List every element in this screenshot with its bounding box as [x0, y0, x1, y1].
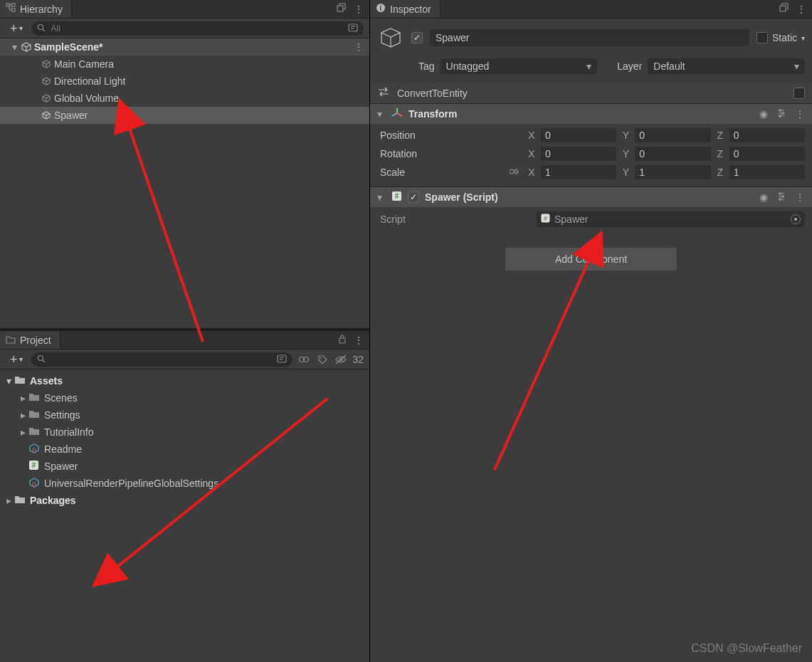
foldout-icon[interactable]: ▾: [3, 375, 14, 387]
folder-icon: [28, 392, 41, 404]
kebab-icon[interactable]: ⋮: [795, 191, 805, 204]
gameobject-icon[interactable]: [377, 24, 404, 51]
kebab-icon[interactable]: ⋮: [354, 335, 364, 346]
foldout-icon[interactable]: ▸: [17, 392, 28, 404]
transform-icon: [391, 107, 403, 121]
foldout-icon[interactable]: ▸: [17, 426, 28, 438]
hierarchy-tab[interactable]: Hierarchy: [0, 0, 72, 18]
lock-icon[interactable]: [338, 334, 347, 346]
svg-text:#: #: [544, 215, 547, 222]
active-checkbox[interactable]: ✓: [411, 32, 423, 43]
object-name-input[interactable]: Spawer: [430, 29, 749, 46]
convert-checkbox[interactable]: [793, 88, 805, 99]
create-button[interactable]: + ▾: [6, 353, 27, 366]
inspector-tab-label: Inspector: [390, 4, 431, 15]
inspector-tab-strip: i Inspector ⋮: [370, 0, 812, 19]
position-y[interactable]: 0: [635, 128, 710, 142]
add-component-button[interactable]: Add Component: [505, 247, 677, 271]
packages-folder[interactable]: ▸ Packages: [0, 492, 369, 509]
foldout-icon[interactable]: ▾: [377, 191, 386, 203]
preset-icon[interactable]: [776, 108, 786, 120]
svg-point-4: [38, 24, 43, 29]
kebab-icon[interactable]: ⋮: [796, 4, 806, 15]
help-icon[interactable]: ◉: [759, 191, 768, 204]
hidden-toggle-icon[interactable]: [334, 352, 348, 367]
inspector-body: ✓ Spawer Static ▾ Tag Untagged ▾: [370, 19, 812, 662]
project-tab-strip: Project ⋮: [0, 331, 369, 350]
project-asset[interactable]: {} UniversalRenderPipelineGlobalSettings: [0, 475, 369, 492]
kebab-icon[interactable]: ⋮: [354, 4, 364, 15]
hierarchy-item-label: Directional Light: [53, 75, 125, 87]
search-mode-icon[interactable]: [348, 23, 358, 34]
foldout-icon[interactable]: ▸: [17, 409, 28, 421]
project-tree[interactable]: ▾ Assets ▸ Scenes ▸ Settings ▸ TutorialI…: [0, 369, 369, 662]
popout-icon[interactable]: [779, 3, 789, 15]
foldout-icon[interactable]: ▾: [377, 108, 386, 120]
project-asset[interactable]: {} Readme: [0, 441, 369, 458]
script-icon: #: [28, 460, 41, 473]
info-icon: i: [376, 3, 386, 15]
static-checkbox[interactable]: [756, 32, 768, 43]
rotation-z[interactable]: 0: [729, 147, 805, 161]
position-row: Position X 0 Y 0 Z 0: [380, 128, 805, 142]
project-folder[interactable]: ▸ TutorialInfo: [0, 424, 369, 441]
foldout-icon[interactable]: ▾: [9, 41, 20, 53]
project-toolbar: + ▾ 32: [0, 350, 369, 369]
popout-icon[interactable]: [337, 3, 347, 15]
preset-icon[interactable]: [776, 191, 786, 204]
hierarchy-item[interactable]: Directional Light: [0, 73, 369, 90]
svg-line-16: [43, 360, 45, 362]
axis-x: X: [527, 130, 537, 141]
help-icon[interactable]: ◉: [759, 108, 768, 120]
rotation-x[interactable]: 0: [541, 147, 616, 161]
project-search-input[interactable]: [50, 354, 273, 365]
transform-header[interactable]: ▾ Transform ◉ ⋮: [370, 104, 812, 124]
hierarchy-search-input[interactable]: [50, 23, 344, 34]
kebab-icon[interactable]: ⋮: [354, 41, 364, 53]
scale-x[interactable]: 1: [541, 165, 616, 179]
assets-folder[interactable]: ▾ Assets: [0, 372, 369, 389]
object-picker-icon[interactable]: [791, 214, 801, 224]
scriptable-icon: {}: [28, 443, 41, 456]
layer-label: Layer: [617, 61, 642, 72]
project-tab[interactable]: Project: [0, 331, 60, 349]
layer-dropdown[interactable]: Default ▾: [648, 58, 805, 74]
svg-point-51: [779, 198, 781, 200]
position-z[interactable]: 0: [729, 128, 805, 142]
folder-icon: [14, 495, 27, 506]
filter-label-icon[interactable]: [315, 352, 329, 367]
script-field[interactable]: # Spawer: [537, 211, 805, 227]
project-folder[interactable]: ▸ Settings: [0, 406, 369, 424]
tag-dropdown[interactable]: Untagged ▾: [441, 58, 598, 74]
folder-icon: [6, 335, 16, 346]
search-mode-icon[interactable]: [277, 354, 287, 365]
chevron-down-icon[interactable]: ▾: [801, 34, 805, 42]
script-component-header[interactable]: ▾ # ✓ Spawer (Script) ◉ ⋮: [370, 187, 812, 207]
rotation-y[interactable]: 0: [635, 147, 710, 161]
hierarchy-tree[interactable]: ▾ SampleScene* ⋮ Main Camera Directional…: [0, 38, 369, 328]
scale-z[interactable]: 1: [729, 165, 805, 179]
foldout-icon[interactable]: ▸: [3, 495, 14, 506]
hierarchy-item-selected[interactable]: Spawer: [0, 107, 369, 124]
constrain-icon[interactable]: [510, 167, 522, 178]
svg-line-37: [392, 113, 397, 116]
transform-component: ▾ Transform ◉ ⋮ Position X 0 Y: [370, 103, 812, 186]
project-asset-script[interactable]: # Spawer: [0, 458, 369, 475]
svg-rect-2: [11, 9, 15, 11]
project-folder[interactable]: ▸ Scenes: [0, 389, 369, 406]
script-component-title: Spawer (Script): [425, 191, 754, 203]
folder-label: Scenes: [41, 392, 78, 404]
create-button[interactable]: + ▾: [6, 22, 27, 35]
project-search[interactable]: [31, 352, 293, 367]
svg-point-50: [782, 195, 784, 197]
kebab-icon[interactable]: ⋮: [795, 108, 805, 120]
scale-y[interactable]: 1: [635, 165, 710, 179]
position-x[interactable]: 0: [541, 128, 616, 142]
hierarchy-item[interactable]: Main Camera: [0, 56, 369, 73]
hierarchy-search[interactable]: [31, 21, 364, 36]
inspector-tab[interactable]: i Inspector: [370, 0, 441, 18]
filter-type-icon[interactable]: [297, 352, 311, 367]
component-enabled-checkbox[interactable]: ✓: [408, 191, 419, 203]
scene-row[interactable]: ▾ SampleScene* ⋮: [0, 38, 369, 56]
hierarchy-item[interactable]: Global Volume: [0, 90, 369, 107]
